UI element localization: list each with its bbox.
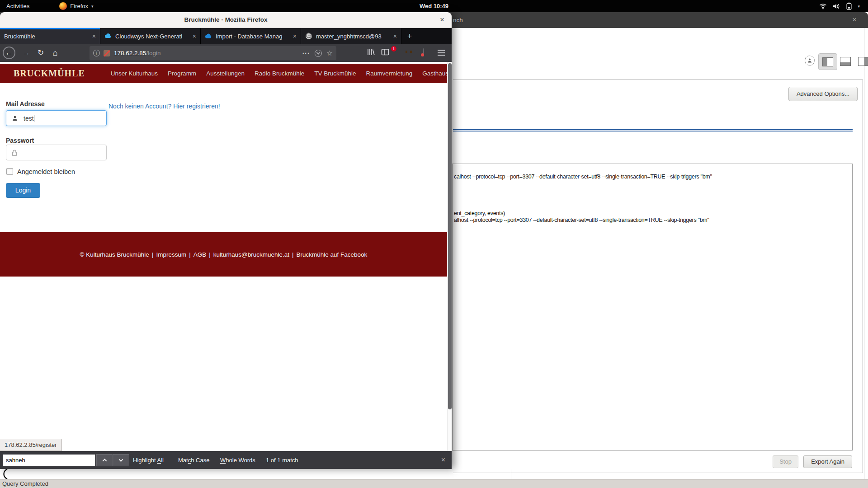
remember-label: Angemeldet bleiben	[17, 168, 75, 175]
workbench-title-fragment: nch	[453, 12, 463, 28]
window-close-button[interactable]: ×	[436, 12, 448, 27]
panel-separator-top	[453, 80, 863, 80]
tab-label: Bruckmühle	[4, 33, 90, 40]
tab-cloudways[interactable]: Cloudways Next-Generati ×	[100, 28, 201, 44]
log-line: calhost --protocol=tcp --port=3307 --def…	[454, 174, 712, 180]
highlight-all-button[interactable]: Highlight All	[133, 451, 164, 469]
footer-link-facebook[interactable]: Bruckmühle auf Facebook	[297, 251, 368, 258]
tab-label: master_yngbhtmscd@93	[316, 33, 391, 40]
library-icon[interactable]	[366, 47, 375, 58]
email-label: Mail Adresse	[6, 100, 45, 108]
find-bar: Highlight All Match Case Whole Words 1 o…	[0, 451, 452, 469]
tray-caret-down-icon: ▾	[858, 4, 860, 9]
footer-separator: |	[189, 251, 191, 258]
tab-close-icon[interactable]: ×	[193, 33, 196, 40]
password-label: Passwort	[6, 137, 34, 144]
window-title: Bruckmühle - Mozilla Firefox	[0, 12, 452, 28]
url-bar[interactable]: i 178.62.2.85/login ··· ☆	[90, 46, 336, 60]
site-footer: © Kulturhaus Bruckmühle | Impressum | AG…	[0, 232, 447, 277]
tab-label: Cloudways Next-Generati	[115, 33, 190, 40]
tab-close-icon[interactable]: ×	[293, 33, 297, 40]
password-field[interactable]	[6, 145, 107, 160]
tab-close-icon[interactable]: ×	[393, 33, 397, 40]
export-progress-bar	[453, 129, 853, 131]
pocket-icon[interactable]	[315, 50, 322, 57]
extension-dark-icon[interactable]	[423, 48, 424, 56]
extension-badge: 1	[391, 46, 396, 52]
tab-import-database-manager[interactable]: Import - Database Manag ×	[201, 28, 301, 44]
toggle-bottom-panel-button[interactable]	[840, 57, 851, 66]
nav-item-gasthaus[interactable]: Gasthaus	[422, 70, 448, 77]
firefox-titlebar[interactable]: Bruckmühle - Mozilla Firefox ×	[0, 12, 452, 28]
window-edge	[864, 28, 864, 479]
toggle-left-panel-button[interactable]	[818, 53, 837, 70]
toggle-right-panel-button[interactable]	[858, 57, 868, 66]
find-input[interactable]	[3, 454, 95, 466]
footer-separator: |	[292, 251, 294, 258]
whole-words-button[interactable]: Whole Words	[220, 451, 255, 469]
menu-hamburger-icon[interactable]	[438, 50, 445, 56]
home-button[interactable]: ⌂	[50, 47, 61, 59]
footer-copyright: © Kulturhaus Bruckmühle	[80, 251, 149, 258]
nav-item-ausstellungen[interactable]: Ausstellungen	[206, 70, 245, 77]
advanced-options-button[interactable]: Advanced Options...	[788, 87, 858, 101]
find-next-button[interactable]	[113, 454, 129, 466]
footer-link-agb[interactable]: AGB	[193, 251, 207, 258]
brand-logo[interactable]: BRUCKMÜHLE	[14, 68, 85, 79]
footer-link-email[interactable]: kulturhaus@bruckmuehle.at	[213, 251, 289, 258]
url-text[interactable]: 178.62.2.85/login	[114, 50, 302, 56]
cloud-icon	[205, 33, 212, 40]
find-close-button[interactable]: ×	[441, 451, 445, 469]
clock[interactable]: Wed 10:49	[420, 0, 448, 12]
activities-button[interactable]: Activities	[0, 0, 36, 12]
system-tray[interactable]: ▾	[819, 0, 860, 12]
panel-separator-bottom	[453, 473, 863, 473]
page-actions-icon[interactable]: ···	[302, 50, 310, 57]
forward-button[interactable]: →	[21, 47, 32, 59]
scrollbar-track[interactable]	[447, 62, 452, 451]
workbench-status-text: Query Completed	[2, 480, 48, 487]
email-field[interactable]: test	[6, 110, 107, 126]
scrollbar-thumb[interactable]	[448, 63, 452, 409]
firefox-app-menu[interactable]: Firefox ▾	[54, 0, 99, 12]
login-button[interactable]: Login	[6, 183, 40, 198]
tab-master-database[interactable]: master_yngbhtmscd@93 ×	[301, 28, 401, 44]
match-case-button[interactable]: Match Case	[178, 451, 209, 469]
export-again-button[interactable]: Export Again	[803, 455, 852, 468]
nav-item-raumvermietung[interactable]: Raumvermietung	[366, 70, 413, 77]
nav-item-tv-bruckmuehle[interactable]: TV Bruckmühle	[314, 70, 356, 77]
caret-down-icon: ▾	[91, 4, 94, 9]
back-button[interactable]: ←	[3, 47, 15, 59]
background-glyph-artifact	[1, 469, 10, 479]
new-tab-button[interactable]: +	[401, 28, 418, 44]
footer-link-impressum[interactable]: Impressum	[156, 251, 186, 258]
cloud-icon	[104, 33, 112, 40]
chevron-up-icon	[102, 459, 107, 463]
volume-icon	[833, 3, 840, 9]
nav-item-radio-bruckmuehle[interactable]: Radio Bruckmühle	[255, 70, 304, 77]
bookmark-star-icon[interactable]: ☆	[326, 49, 333, 57]
user-account-icon[interactable]	[805, 56, 815, 66]
tab-bruckmuehle[interactable]: Bruckmühle ×	[0, 28, 100, 44]
register-link[interactable]: Noch keinen Account? Hier registrieren!	[108, 103, 220, 110]
remember-checkbox[interactable]	[6, 168, 13, 175]
left-panel-icon	[822, 57, 833, 66]
site-info-icon[interactable]: i	[93, 50, 100, 56]
nav-item-programm[interactable]: Programm	[168, 70, 196, 77]
text-cursor	[34, 115, 34, 122]
workbench-close-button[interactable]: ×	[849, 12, 860, 28]
page-content: BRUCKMÜHLE Unser Kulturhaus Programm Aus…	[0, 62, 452, 451]
person-icon	[12, 115, 18, 122]
battery-icon	[846, 2, 852, 10]
sidebar-toggle-icon[interactable]	[381, 47, 390, 58]
reload-button[interactable]: ↻	[35, 47, 46, 59]
export-log-textarea[interactable]: calhost --protocol=tcp --port=3307 --def…	[452, 164, 853, 450]
firefox-window: Bruckmühle - Mozilla Firefox × Bruckmühl…	[0, 12, 452, 469]
match-count-status: 1 of 1 match	[266, 451, 298, 469]
blocked-content-icon[interactable]	[104, 50, 110, 56]
panel-separator-right	[863, 80, 863, 473]
nav-item-unser-kulturhaus[interactable]: Unser Kulturhaus	[111, 70, 158, 77]
stop-button[interactable]: Stop	[773, 455, 798, 468]
tab-close-icon[interactable]: ×	[92, 33, 96, 40]
find-previous-button[interactable]	[96, 454, 113, 466]
